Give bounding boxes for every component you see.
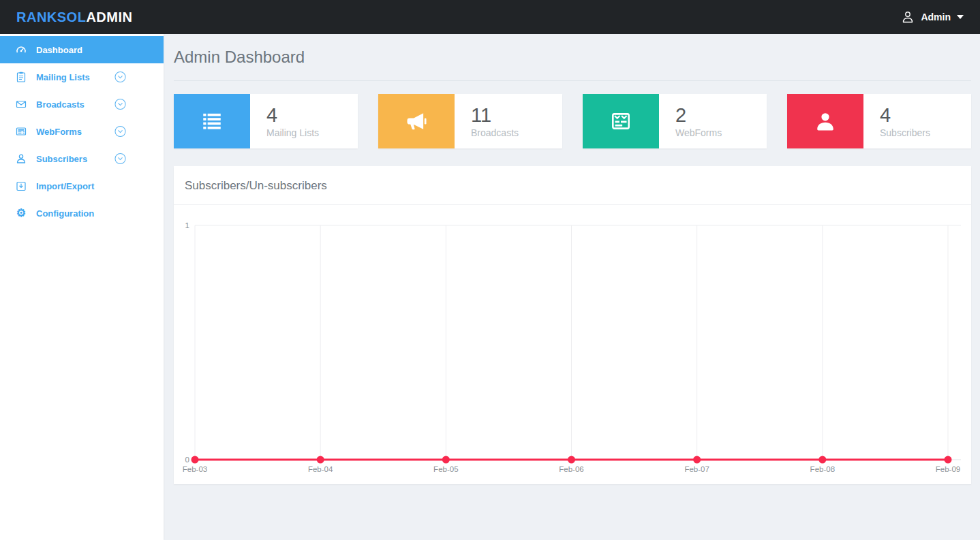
broadcasts-icon [15, 99, 27, 110]
chart-body: 01Feb-03Feb-04Feb-05Feb-06Feb-07Feb-08Fe… [174, 205, 971, 484]
x-axis-tick-label: Feb-09 [936, 465, 960, 473]
chart-point[interactable] [945, 456, 952, 464]
chart-panel-title: Subscribers/Un-subscribers [174, 166, 971, 205]
sidebar-item-label: Import/Export [36, 181, 94, 191]
chevron-down-circle-icon[interactable] [114, 99, 126, 110]
form-icon [583, 94, 659, 148]
sidebar-item-import-export[interactable]: Import/Export [0, 172, 164, 200]
stat-card-label: WebForms [675, 127, 722, 138]
chart-point[interactable] [442, 456, 450, 464]
megaphone-icon [378, 94, 455, 148]
brand-logo[interactable]: RANKSOLADMIN [16, 10, 132, 25]
sidebar-item-label: Mailing Lists [36, 72, 90, 82]
caret-down-icon [957, 15, 964, 19]
brand-secondary: ADMIN [86, 10, 132, 25]
stat-card-mailing-lists[interactable]: 4Mailing Lists [174, 94, 358, 148]
user-menu-label: Admin [921, 12, 951, 22]
chart-point[interactable] [317, 456, 324, 464]
subscribers-chart-panel: Subscribers/Un-subscribers 01Feb-03Feb-0… [174, 166, 971, 484]
chart-point[interactable] [192, 456, 199, 464]
sidebar-item-label: Broadcasts [36, 99, 85, 110]
main-content: Admin Dashboard 4Mailing Lists11Broadcas… [164, 34, 980, 540]
chart-point[interactable] [568, 456, 575, 464]
import-export-icon [15, 180, 27, 191]
x-axis-tick-label: Feb-07 [684, 465, 709, 473]
sidebar-item-label: WebForms [36, 127, 82, 137]
app-layout: DashboardMailing ListsBroadcastsWebForms… [0, 34, 980, 540]
stat-card-label: Broadcasts [471, 127, 519, 138]
chevron-down-circle-icon[interactable] [114, 72, 126, 83]
user-menu[interactable]: Admin [901, 10, 964, 24]
stat-card-value: 11 [471, 104, 519, 127]
sidebar-item-webforms[interactable]: WebForms [0, 118, 164, 145]
person-icon [901, 10, 915, 24]
y-axis-tick-label: 0 [185, 456, 189, 464]
sidebar-item-broadcasts[interactable]: Broadcasts [0, 91, 164, 118]
topbar: RANKSOLADMIN Admin [0, 0, 980, 34]
brand-primary: RANKSOL [16, 10, 86, 25]
stat-card-label: Subscribers [880, 127, 930, 138]
subscribers-line-chart: 01Feb-03Feb-04Feb-05Feb-06Feb-07Feb-08Fe… [174, 205, 971, 484]
x-axis-tick-label: Feb-03 [183, 465, 207, 473]
stat-card-label: Mailing Lists [266, 127, 319, 138]
stat-card-value: 2 [675, 104, 722, 127]
stat-card-webforms[interactable]: 2WebForms [583, 94, 767, 148]
subscribers-icon [15, 153, 27, 164]
webforms-icon [15, 126, 27, 137]
x-axis-tick-label: Feb-08 [810, 465, 835, 473]
x-axis-tick-label: Feb-05 [433, 465, 458, 473]
sidebar-item-label: Dashboard [36, 45, 82, 55]
sidebar-item-label: Configuration [36, 208, 94, 219]
stat-cards-row: 4Mailing Lists11Broadcasts2WebForms4Subs… [174, 94, 971, 148]
chart-point[interactable] [693, 456, 701, 464]
stat-card-broadcasts[interactable]: 11Broadcasts [378, 94, 562, 148]
mailing-lists-icon [15, 72, 27, 82]
stat-card-info: 4Mailing Lists [250, 94, 319, 148]
user-icon [787, 94, 863, 148]
chevron-down-circle-icon[interactable] [114, 153, 126, 165]
sidebar: DashboardMailing ListsBroadcastsWebForms… [0, 34, 164, 540]
stat-card-value: 4 [880, 104, 930, 127]
y-axis-tick-label: 1 [185, 221, 189, 229]
sidebar-nav: DashboardMailing ListsBroadcastsWebForms… [0, 36, 164, 227]
list-icon [174, 94, 250, 148]
chevron-down-circle-icon[interactable] [114, 126, 126, 138]
stat-card-info: 11Broadcasts [455, 94, 519, 148]
sidebar-item-dashboard[interactable]: Dashboard [0, 36, 164, 63]
configuration-icon: ⚙ [15, 208, 27, 219]
sidebar-item-subscribers[interactable]: Subscribers [0, 145, 164, 172]
stat-card-info: 2WebForms [659, 94, 722, 148]
sidebar-item-mailing-lists[interactable]: Mailing Lists [0, 63, 164, 91]
sidebar-item-configuration[interactable]: ⚙Configuration [0, 200, 164, 227]
chart-point[interactable] [818, 456, 826, 464]
stat-card-info: 4Subscribers [863, 94, 930, 148]
dashboard-icon [15, 44, 27, 55]
sidebar-item-label: Subscribers [36, 154, 87, 164]
page-title: Admin Dashboard [174, 34, 971, 81]
stat-card-subscribers[interactable]: 4Subscribers [787, 94, 971, 148]
x-axis-tick-label: Feb-06 [559, 465, 583, 473]
x-axis-tick-label: Feb-04 [308, 465, 333, 473]
stat-card-value: 4 [266, 104, 319, 127]
